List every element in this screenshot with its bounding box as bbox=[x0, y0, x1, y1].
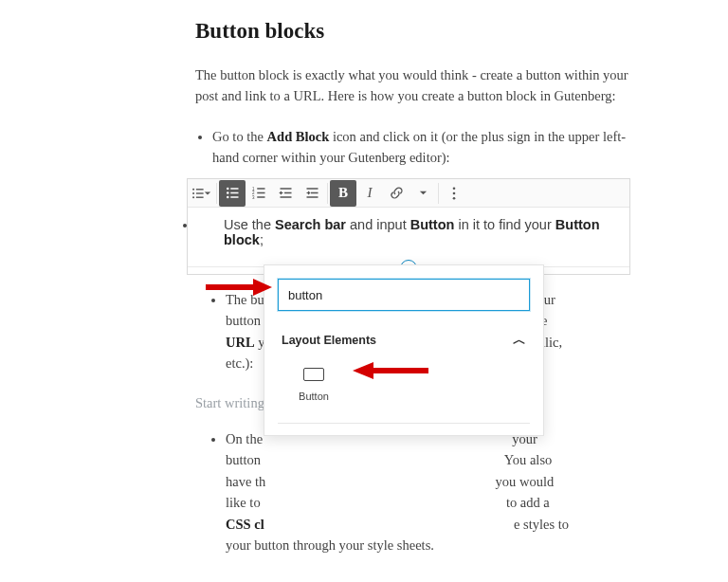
svg-point-24 bbox=[453, 187, 456, 190]
svg-rect-17 bbox=[257, 196, 264, 198]
numbered-list-button[interactable]: 123 bbox=[246, 180, 272, 207]
svg-point-26 bbox=[453, 196, 456, 199]
page-title: Button blocks bbox=[195, 19, 641, 44]
panel-divider bbox=[278, 423, 530, 424]
link-button[interactable] bbox=[383, 180, 410, 207]
svg-point-2 bbox=[192, 191, 194, 193]
svg-point-4 bbox=[192, 196, 194, 198]
block-search-input[interactable] bbox=[278, 279, 530, 311]
svg-point-8 bbox=[226, 191, 228, 194]
svg-point-6 bbox=[226, 188, 228, 191]
block-toolbar: 123 B I Use the Search bar and input But… bbox=[187, 178, 630, 275]
block-result-label: Button bbox=[283, 391, 344, 402]
svg-text:3: 3 bbox=[252, 195, 255, 200]
svg-marker-30 bbox=[353, 362, 373, 379]
svg-rect-18 bbox=[280, 188, 291, 190]
svg-point-25 bbox=[453, 191, 456, 194]
intro-paragraph: The button block is exactly what you wou… bbox=[195, 64, 641, 107]
list-type-button[interactable] bbox=[188, 180, 214, 207]
italic-button[interactable]: I bbox=[356, 180, 383, 207]
step-2: Use the Search bar and input Button in i… bbox=[197, 208, 629, 259]
svg-point-0 bbox=[192, 188, 194, 190]
more-format-button[interactable] bbox=[410, 180, 436, 207]
chevron-up-icon[interactable]: ︿ bbox=[513, 332, 526, 349]
svg-rect-23 bbox=[306, 196, 318, 198]
svg-rect-13 bbox=[257, 188, 264, 190]
svg-rect-5 bbox=[195, 196, 203, 197]
button-block-icon bbox=[303, 368, 324, 381]
bold-button[interactable]: B bbox=[330, 180, 356, 207]
step-4: On the your button You also have th you … bbox=[226, 428, 641, 556]
svg-rect-20 bbox=[280, 196, 291, 198]
outdent-button[interactable] bbox=[272, 180, 299, 207]
svg-rect-21 bbox=[306, 188, 318, 190]
svg-marker-28 bbox=[253, 279, 272, 296]
step-1: Go to the Add Block icon and click on it… bbox=[212, 126, 641, 169]
block-result-button[interactable]: Button bbox=[283, 368, 344, 402]
svg-rect-22 bbox=[311, 192, 318, 194]
bullet-list-button[interactable] bbox=[219, 180, 246, 207]
svg-rect-19 bbox=[284, 192, 292, 194]
svg-rect-15 bbox=[257, 192, 264, 194]
section-title: Layout Elements bbox=[282, 334, 376, 347]
indent-button[interactable] bbox=[299, 180, 325, 207]
svg-point-10 bbox=[226, 196, 228, 199]
more-options-button[interactable] bbox=[441, 180, 467, 207]
svg-rect-9 bbox=[230, 192, 238, 194]
block-search-panel: Layout Elements ︿ Button bbox=[264, 264, 544, 436]
svg-rect-7 bbox=[230, 188, 238, 190]
svg-rect-3 bbox=[195, 192, 203, 193]
svg-rect-1 bbox=[195, 189, 203, 190]
annotation-arrow-2 bbox=[349, 360, 430, 381]
annotation-arrow-1 bbox=[204, 277, 272, 298]
svg-rect-11 bbox=[230, 196, 238, 198]
